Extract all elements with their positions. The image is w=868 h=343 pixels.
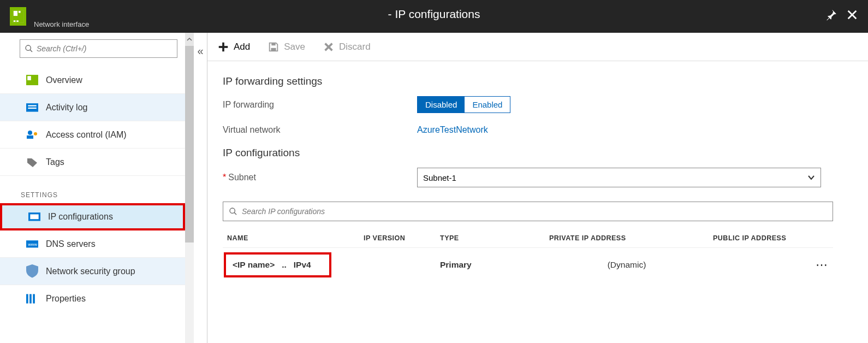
tag-icon xyxy=(26,157,38,167)
svg-rect-14 xyxy=(28,108,36,109)
vnet-label: Virtual network xyxy=(223,125,417,135)
search-icon xyxy=(229,207,237,216)
subnet-select[interactable]: Subnet-1 xyxy=(417,168,821,187)
ipconfig-search[interactable] xyxy=(223,202,833,221)
main-panel: Add Save Discard IP forwarding settings … xyxy=(207,33,868,343)
add-label: Add xyxy=(234,42,250,52)
resource-icon xyxy=(10,7,26,26)
sidebar-item-label: Network security group xyxy=(46,267,135,276)
shield-icon xyxy=(26,267,38,276)
iam-icon xyxy=(26,130,38,140)
svg-rect-13 xyxy=(28,105,36,106)
log-icon xyxy=(26,103,38,113)
sidebar-search[interactable] xyxy=(20,39,177,58)
svg-rect-24 xyxy=(33,294,35,303)
overview-icon xyxy=(26,75,38,85)
properties-icon xyxy=(26,294,38,304)
svg-point-8 xyxy=(26,45,31,50)
scroll-thumb[interactable] xyxy=(185,46,194,243)
toggle-disabled[interactable]: Disabled xyxy=(418,97,465,113)
chevron-left-icon: « xyxy=(197,45,203,343)
ip-forwarding-toggle[interactable]: Disabled Enabled xyxy=(417,96,510,113)
sidebar-item-label: Tags xyxy=(46,157,64,167)
discard-label: Discard xyxy=(339,42,371,52)
col-type[interactable]: TYPE xyxy=(436,229,545,248)
section-ip-configurations: IP configurations xyxy=(223,147,853,159)
discard-button[interactable]: Discard xyxy=(323,41,371,53)
ipconfig-icon xyxy=(28,212,40,222)
cell-name: <IP name> xyxy=(233,260,275,269)
svg-rect-27 xyxy=(271,48,276,51)
svg-rect-19 xyxy=(30,215,38,220)
subnet-value: Subnet-1 xyxy=(423,173,456,182)
svg-rect-22 xyxy=(26,294,28,303)
sidebar-section-settings: SETTINGS xyxy=(0,176,185,203)
col-version[interactable]: IP VERSION xyxy=(359,229,436,248)
svg-rect-23 xyxy=(29,294,32,303)
svg-rect-2 xyxy=(14,11,17,16)
toggle-enabled[interactable]: Enabled xyxy=(465,97,510,113)
svg-rect-4 xyxy=(14,20,16,22)
sidebar-item-overview[interactable]: Overview xyxy=(0,67,185,94)
collapse-sidebar-button[interactable]: « xyxy=(194,33,207,343)
save-icon xyxy=(267,41,280,53)
svg-rect-16 xyxy=(27,135,33,139)
dns-icon: www xyxy=(26,239,38,249)
svg-point-17 xyxy=(34,132,37,135)
close-button[interactable] xyxy=(846,9,858,23)
command-bar: Add Save Discard xyxy=(207,33,868,61)
scroll-up-icon[interactable] xyxy=(185,33,194,46)
page-title: - IP configurations xyxy=(388,8,480,21)
sidebar-search-input[interactable] xyxy=(37,44,173,53)
svg-rect-3 xyxy=(19,11,21,13)
sidebar-item-iam[interactable]: Access control (IAM) xyxy=(0,121,185,149)
cell-private: (Dynamic) xyxy=(545,248,709,282)
chevron-down-icon xyxy=(807,174,815,181)
sidebar-item-label: Properties xyxy=(46,294,86,304)
discard-icon xyxy=(323,41,335,53)
svg-point-31 xyxy=(230,208,235,213)
svg-rect-5 xyxy=(16,20,19,22)
sidebar-item-label: Overview xyxy=(46,75,82,85)
row-actions-button[interactable]: ⋯ xyxy=(811,248,833,282)
save-button[interactable]: Save xyxy=(267,41,305,53)
plus-icon xyxy=(217,41,229,53)
sidebar-item-nsg[interactable]: Network security group xyxy=(0,258,185,285)
sidebar-item-label: IP configurations xyxy=(48,212,113,222)
sidebar-item-activity-log[interactable]: Activity log xyxy=(0,94,185,121)
sidebar: Overview Activity log Access control (IA… xyxy=(0,33,207,343)
col-private[interactable]: PRIVATE IP ADDRESS xyxy=(545,229,709,248)
cell-public xyxy=(709,248,811,282)
sidebar-item-label: Activity log xyxy=(46,103,87,113)
header-subtitle: Network interface xyxy=(34,20,89,28)
table-row[interactable]: <IP name> .. IPv4 Primary (Dynamic) ⋯ xyxy=(223,248,833,282)
pin-button[interactable] xyxy=(825,9,837,23)
sidebar-item-dns-servers[interactable]: www DNS servers xyxy=(0,230,185,258)
title-bar: Network interface - IP configurations xyxy=(0,0,868,33)
sidebar-item-label: DNS servers xyxy=(46,239,96,249)
sidebar-scrollbar[interactable] xyxy=(185,33,194,343)
col-name[interactable]: NAME xyxy=(223,229,359,248)
vnet-link[interactable]: AzureTestNetwork xyxy=(417,125,488,135)
svg-line-32 xyxy=(234,212,236,215)
row-name-version-highlight: <IP name> .. IPv4 xyxy=(224,252,331,277)
search-icon xyxy=(25,44,33,53)
ip-forwarding-label: IP forwarding xyxy=(223,100,417,110)
add-button[interactable]: Add xyxy=(217,41,250,53)
svg-point-15 xyxy=(28,131,32,135)
sidebar-item-properties[interactable]: Properties xyxy=(0,285,185,312)
ipconfig-search-input[interactable] xyxy=(242,207,827,216)
svg-line-9 xyxy=(30,50,32,52)
svg-rect-11 xyxy=(27,76,31,80)
col-public[interactable]: PUBLIC IP ADDRESS xyxy=(709,229,811,248)
sidebar-item-ip-configurations[interactable]: IP configurations xyxy=(0,203,185,230)
ipconfig-table: NAME IP VERSION TYPE PRIVATE IP ADDRESS … xyxy=(223,229,833,282)
svg-text:www: www xyxy=(27,242,37,247)
svg-rect-28 xyxy=(272,43,276,45)
sidebar-item-label: Access control (IAM) xyxy=(46,130,127,140)
cell-version: IPv4 xyxy=(294,260,311,269)
save-label: Save xyxy=(284,42,305,52)
sidebar-item-tags[interactable]: Tags xyxy=(0,149,185,176)
subnet-label: *Subnet xyxy=(223,173,417,182)
section-ip-forwarding: IP forwarding settings xyxy=(223,75,853,87)
